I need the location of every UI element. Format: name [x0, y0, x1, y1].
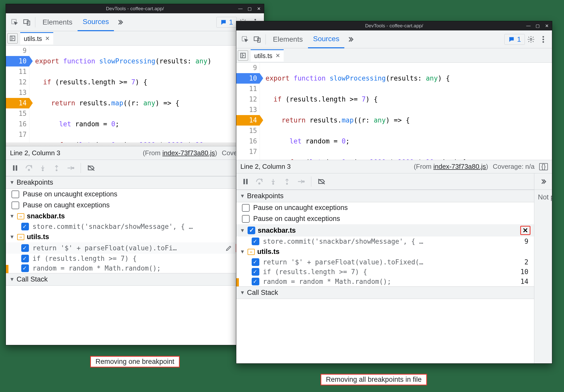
breakpoint-group-snackbar[interactable]: ▼ ‹› snackbar.ts [6, 211, 264, 222]
breakpoints-section-header[interactable]: ▼ Breakpoints [6, 176, 264, 189]
file-tab-close-icon[interactable]: ✕ [45, 35, 50, 42]
more-tabs-icon[interactable] [114, 16, 126, 28]
file-tab-utils[interactable]: utils.ts ✕ [20, 32, 53, 44]
step-over-icon[interactable] [254, 176, 265, 187]
pause-caught-row[interactable]: Pause on caught exceptions [6, 200, 264, 211]
step-out-icon[interactable] [281, 176, 293, 187]
tab-elements[interactable]: Elements [37, 13, 78, 31]
line-number[interactable]: 9 [236, 63, 257, 73]
device-icon[interactable] [251, 33, 263, 46]
titlebar[interactable]: DevTools - coffee-cart.app/ — ▢ ✕ [6, 4, 264, 13]
breakpoint-row[interactable]: store.commit('snackbar/showMessage', { …… [236, 237, 534, 246]
minimize-icon[interactable]: — [526, 23, 531, 28]
edit-icon[interactable] [226, 245, 232, 251]
pause-icon[interactable] [9, 162, 21, 174]
line-gutter[interactable]: 9 10 11 12 13 ?14 15 16 17 [6, 46, 29, 143]
maximize-icon[interactable]: ▢ [535, 23, 540, 29]
close-icon[interactable]: ✕ [544, 23, 549, 29]
line-number[interactable]: 12 [236, 94, 257, 105]
line-number[interactable]: 16 [6, 119, 27, 129]
issues-button[interactable]: 1 [504, 34, 525, 45]
more-tabs-icon[interactable] [344, 33, 357, 46]
source-map-link[interactable]: index-73f73a80.js [162, 149, 215, 157]
code-editor[interactable]: 9 10 11 12 13 ?14 15 16 17 export functi… [6, 46, 264, 143]
checkbox[interactable] [252, 258, 259, 266]
checkbox[interactable] [248, 227, 255, 234]
callstack-section-header[interactable]: ▼ Call Stack [236, 286, 534, 299]
step-icon[interactable] [295, 176, 306, 187]
breakpoints-section-header[interactable]: ▼ Breakpoints [236, 190, 534, 202]
kebab-icon[interactable] [537, 33, 549, 46]
line-number[interactable]: 11 [6, 66, 27, 77]
breakpoint-row[interactable]: random = random * Math.random(); 14 [6, 263, 264, 273]
horizontal-scrollbar[interactable] [6, 143, 264, 146]
checkbox[interactable] [242, 204, 250, 212]
step-out-icon[interactable] [51, 162, 62, 174]
gear-icon[interactable] [525, 33, 537, 46]
checkbox[interactable] [21, 264, 29, 272]
tab-sources[interactable]: Sources [308, 31, 345, 48]
inspect-icon[interactable] [8, 16, 21, 28]
line-gutter[interactable]: 9 10 11 12 13 ?14 15 16 17 [236, 63, 260, 160]
code-editor[interactable]: 9 10 11 12 13 ?14 15 16 17 export functi… [236, 63, 552, 160]
breakpoint-row[interactable]: store.commit('snackbar/showMessage', { …… [6, 222, 264, 231]
pause-uncaught-row[interactable]: Pause on uncaught exceptions [236, 202, 534, 213]
callstack-section-header[interactable]: ▼ Call Stack [6, 273, 264, 286]
navigator-toggle-icon[interactable] [238, 50, 248, 61]
more-panels-icon[interactable] [538, 176, 549, 187]
pause-uncaught-row[interactable]: Pause on uncaught exceptions [6, 189, 264, 200]
breakpoint-row[interactable]: random = random * Math.random(); 14 [236, 277, 534, 286]
line-number-breakpoint[interactable]: 10 [236, 73, 260, 84]
checkbox[interactable] [252, 238, 259, 245]
breakpoint-group-utils[interactable]: ▼ ‹› utils.ts [236, 246, 534, 257]
line-number[interactable]: 15 [236, 126, 257, 136]
checkbox[interactable] [21, 223, 29, 230]
line-number-breakpoint[interactable]: 14 [6, 98, 29, 108]
inspect-icon[interactable] [239, 33, 251, 46]
line-number[interactable]: 11 [236, 84, 257, 94]
close-icon[interactable]: ✕ [256, 6, 261, 12]
line-number[interactable]: 17 [6, 129, 27, 140]
breakpoint-group-utils[interactable]: ▼ ‹› utils.ts [6, 231, 264, 242]
line-number[interactable]: 16 [236, 136, 257, 147]
maximize-icon[interactable]: ▢ [247, 6, 252, 12]
checkbox[interactable] [21, 244, 29, 252]
issues-button[interactable]: 1 [216, 17, 237, 28]
line-number[interactable]: 17 [236, 147, 257, 157]
checkbox[interactable] [21, 255, 29, 262]
line-number[interactable]: 13 [236, 105, 257, 115]
checkbox[interactable] [242, 215, 250, 223]
checkbox[interactable] [252, 268, 259, 276]
breakpoint-row-hover[interactable]: return '$' + parseFloat(value).toFi… ✕ 2 [6, 242, 264, 254]
line-number[interactable]: 13 [6, 87, 27, 98]
breakpoint-row[interactable]: if (results.length >= 7) { 10 [6, 254, 264, 263]
code-content[interactable]: export function slowProcessing(results: … [260, 63, 466, 160]
checkbox[interactable] [252, 278, 259, 285]
step-over-icon[interactable] [23, 162, 35, 174]
breakpoint-row[interactable]: if (results.length >= 7) { 10 [236, 267, 534, 277]
pause-icon[interactable] [240, 176, 251, 187]
device-icon[interactable] [21, 16, 33, 28]
pretty-print-icon[interactable]: {} [539, 163, 548, 170]
step-into-icon[interactable] [268, 176, 279, 187]
line-number-breakpoint[interactable]: 14 [236, 115, 260, 126]
minimize-icon[interactable]: — [238, 6, 243, 11]
breakpoint-row[interactable]: return '$' + parseFloat(value).toFixed(…… [236, 257, 534, 267]
deactivate-breakpoints-icon[interactable] [316, 176, 327, 187]
remove-all-breakpoints-icon[interactable]: ✕ [520, 226, 530, 235]
line-number[interactable]: 15 [6, 108, 27, 119]
pause-caught-row[interactable]: Pause on caught exceptions [236, 213, 534, 224]
step-icon[interactable] [65, 162, 76, 174]
deactivate-breakpoints-icon[interactable] [86, 162, 97, 174]
titlebar[interactable]: DevTools - coffee-cart.app/ — ▢ ✕ [236, 21, 552, 30]
checkbox[interactable] [12, 191, 19, 198]
checkbox[interactable] [12, 201, 19, 209]
line-number[interactable]: 9 [6, 46, 27, 56]
line-number-breakpoint[interactable]: 10 [6, 56, 29, 66]
tab-elements[interactable]: Elements [268, 30, 308, 48]
line-number[interactable]: 12 [6, 77, 27, 87]
step-into-icon[interactable] [37, 162, 48, 174]
source-map-link[interactable]: index-73f73a80.js [433, 163, 486, 170]
code-content[interactable]: export function slowProcessing(results: … [29, 46, 211, 143]
navigator-toggle-icon[interactable] [7, 33, 18, 43]
